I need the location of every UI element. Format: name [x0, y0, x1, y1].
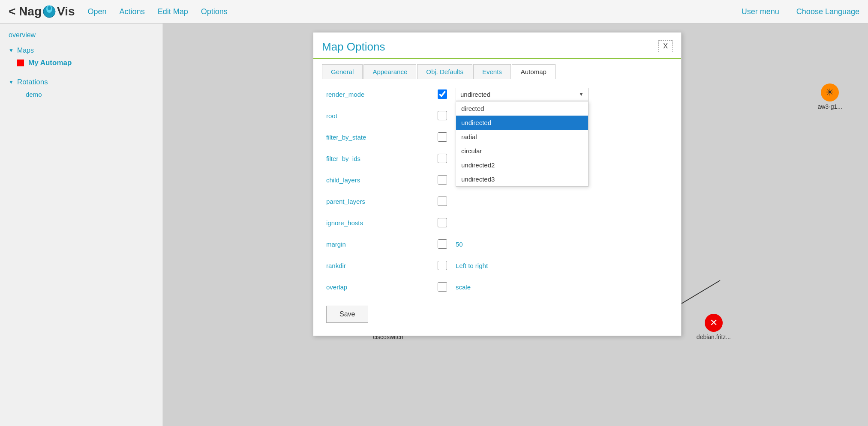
debian-node-icon: ✕ — [705, 314, 723, 332]
dialog-tabs: General Appearance Obj. Defaults Events … — [313, 59, 681, 79]
sidebar-rotations-header[interactable]: ▼ Rotations — [9, 78, 154, 86]
form-row-parent-layers: parent_layers — [326, 194, 668, 208]
map-area: ☀ aw3-g1... ✕ ciscoswitch ✕ debian.fritz… — [163, 24, 868, 426]
dropdown-option-radial[interactable]: radial — [456, 130, 588, 144]
dropdown-option-directed[interactable]: directed — [456, 101, 588, 116]
overlap-checkbox[interactable] — [438, 282, 447, 292]
logo-text-right: Vis — [57, 5, 75, 18]
active-dot-icon — [17, 60, 24, 66]
form-row-rankdir: rankdir Left to right — [326, 259, 668, 272]
nav-links: Open Actions Edit Map Options — [88, 7, 742, 16]
filter-ids-label: filter_by_ids — [326, 155, 438, 162]
rotations-chevron-icon: ▼ — [9, 79, 14, 85]
dropdown-option-undirected2[interactable]: undirected2 — [456, 158, 588, 172]
render-mode-dropdown-display[interactable]: undirected ▼ — [456, 88, 589, 101]
aw3-node-label: aw3-g1... — [817, 103, 842, 110]
map-node-aw3: ☀ aw3-g1... — [817, 83, 842, 110]
main-layout: overview ▼ Maps My Automap ▼ Rotations d… — [0, 24, 868, 426]
dialog-close-button[interactable]: X — [658, 40, 673, 52]
render-mode-selected-value: undirected — [460, 91, 490, 98]
sidebar-maps-section: ▼ Maps My Automap — [0, 42, 162, 74]
tab-appearance[interactable]: Appearance — [363, 64, 416, 79]
map-node-debian: ✕ debian.fritz... — [697, 314, 731, 340]
render-mode-label: render_mode — [326, 91, 438, 98]
sidebar: overview ▼ Maps My Automap ▼ Rotations d… — [0, 24, 163, 426]
root-label: root — [326, 112, 438, 119]
filter-state-label: filter_by_state — [326, 134, 438, 141]
tab-obj-defaults[interactable]: Obj. Defaults — [417, 64, 472, 79]
nav-right: User menu Choose Language — [742, 7, 859, 16]
map-options-dialog: Map Options X General Appearance Obj. De… — [313, 32, 682, 336]
dialog-header: Map Options X — [313, 33, 681, 59]
parent-layers-checkbox[interactable] — [438, 197, 447, 206]
margin-checkbox[interactable] — [438, 239, 447, 249]
ignore-hosts-label: ignore_hosts — [326, 219, 438, 226]
nav-options[interactable]: Options — [201, 7, 228, 16]
sidebar-my-automap-label: My Automap — [28, 59, 72, 67]
child-layers-checkbox[interactable] — [438, 175, 447, 185]
overlap-value: scale — [456, 283, 471, 291]
logo: < Nag Vis — [9, 5, 75, 18]
logo-icon — [42, 5, 56, 18]
sidebar-maps-header[interactable]: ▼ Maps — [9, 47, 154, 54]
sidebar-rotations-label: Rotations — [17, 78, 48, 86]
filter-ids-checkbox[interactable] — [438, 154, 447, 163]
form-row-render-mode: render_mode undirected ▼ directed undire… — [326, 87, 668, 101]
dropdown-arrow-icon: ▼ — [579, 91, 584, 97]
sidebar-overview[interactable]: overview — [0, 28, 162, 42]
ignore-hosts-checkbox[interactable] — [438, 218, 447, 227]
form-row-overlap: overlap scale — [326, 280, 668, 294]
dialog-title: Map Options — [322, 40, 385, 54]
child-layers-label: child_layers — [326, 176, 438, 184]
maps-chevron-icon: ▼ — [9, 48, 14, 54]
svg-point-2 — [48, 6, 51, 10]
parent-layers-label: parent_layers — [326, 198, 438, 205]
render-mode-checkbox[interactable] — [438, 89, 447, 99]
tab-events[interactable]: Events — [473, 64, 511, 79]
nav-user-menu[interactable]: User menu — [742, 7, 779, 16]
nav-edit-map[interactable]: Edit Map — [158, 7, 188, 16]
dropdown-option-circular[interactable]: circular — [456, 144, 588, 158]
sidebar-maps-label: Maps — [17, 47, 34, 54]
tab-automap[interactable]: Automap — [512, 64, 556, 79]
rankdir-label: rankdir — [326, 262, 438, 269]
save-button[interactable]: Save — [326, 306, 368, 323]
rankdir-checkbox[interactable] — [438, 261, 447, 270]
sidebar-my-automap[interactable]: My Automap — [9, 57, 154, 69]
form-row-ignore-hosts: ignore_hosts — [326, 216, 668, 229]
overlap-label: overlap — [326, 283, 438, 291]
aw3-node-icon: ☀ — [821, 83, 839, 101]
top-navigation: < Nag Vis Open Actions Edit Map Options … — [0, 0, 868, 24]
root-checkbox[interactable] — [438, 111, 447, 120]
dialog-content: render_mode undirected ▼ directed undire… — [313, 79, 681, 336]
form-row-margin: margin 50 — [326, 237, 668, 251]
margin-label: margin — [326, 241, 438, 248]
nav-choose-language[interactable]: Choose Language — [796, 7, 859, 16]
sidebar-demo-item[interactable]: demo — [9, 89, 154, 100]
render-mode-dropdown: undirected ▼ directed undirected radial … — [456, 88, 589, 101]
nav-actions[interactable]: Actions — [120, 7, 145, 16]
margin-value: 50 — [456, 241, 463, 248]
filter-state-checkbox[interactable] — [438, 132, 447, 142]
render-mode-dropdown-list: directed undirected radial circular undi… — [456, 101, 589, 187]
dropdown-option-undirected[interactable]: undirected — [456, 116, 588, 130]
logo-text-left: < Nag — [9, 5, 42, 18]
tab-general[interactable]: General — [322, 64, 363, 79]
debian-node-label: debian.fritz... — [697, 334, 731, 340]
sidebar-rotations-section: ▼ Rotations demo — [0, 74, 162, 104]
rankdir-value: Left to right — [456, 262, 488, 269]
nav-open[interactable]: Open — [88, 7, 107, 16]
dropdown-option-undirected3[interactable]: undirected3 — [456, 172, 588, 186]
